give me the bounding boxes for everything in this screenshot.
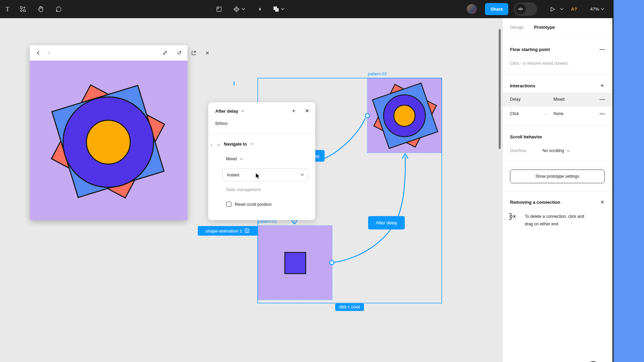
after-delay-badge-label: After delay <box>376 220 397 225</box>
interaction-arrow-icon: → <box>543 111 548 116</box>
connection-after-delay-2 <box>334 157 405 262</box>
interaction-row-click[interactable]: Click → None — <box>503 107 612 122</box>
dev-mode-icon: </> <box>515 4 526 14</box>
overflow-select[interactable]: No scrolling <box>543 148 570 153</box>
flow-play-icon <box>245 228 250 234</box>
panel-divider <box>503 37 612 37</box>
popup-action-chevron-icon[interactable] <box>250 143 253 145</box>
preview-artwork <box>30 61 187 220</box>
reset-scroll-checkbox[interactable] <box>226 202 231 207</box>
show-prototype-settings-button[interactable]: Show prototype settings <box>510 170 605 183</box>
preview-close-icon[interactable]: ✕ <box>203 45 211 61</box>
action-arrow-icon: → <box>216 141 221 147</box>
interaction-popup: After delay + ✕ 500ms ▾ → Navigate to Mi… <box>208 102 315 220</box>
popup-add-interaction-button[interactable]: + <box>290 107 298 115</box>
present-chevron-icon[interactable] <box>558 0 566 18</box>
panel-divider <box>503 74 612 75</box>
panel-divider <box>503 191 612 191</box>
boolean-tool-icon[interactable] <box>271 0 287 18</box>
present-play-icon[interactable] <box>548 0 557 18</box>
boolean-chevron-icon[interactable] <box>281 8 284 10</box>
delete-connection-icon <box>508 212 519 222</box>
hand-tool-icon[interactable] <box>35 0 46 18</box>
after-delay-badge[interactable]: After delay <box>368 216 405 229</box>
preview-collapse-icon[interactable] <box>161 45 169 61</box>
popup-delay-value[interactable]: 500ms <box>215 121 228 126</box>
animation-select[interactable]: Instant <box>222 168 308 181</box>
insert-tool-icon[interactable] <box>17 0 28 18</box>
frame-tool-icon[interactable] <box>214 0 224 18</box>
panel-divider <box>503 161 612 161</box>
overflow-value: No scrolling <box>543 148 564 153</box>
zoom-control[interactable]: 47% <box>590 0 604 18</box>
flow-start-badge[interactable]: shape-animation 1 <box>198 226 258 236</box>
preview-window: ↺ ✕ <box>30 45 187 220</box>
popup-action-label[interactable]: Navigate to <box>224 142 247 147</box>
dimensions-badge-label: 869 × 1044 <box>339 305 360 310</box>
pattern-01-artwork <box>258 226 332 300</box>
component-tool-icon[interactable] <box>232 0 247 18</box>
interaction-remove-button[interactable]: — <box>599 110 606 117</box>
popup-destination-value[interactable]: Mixed <box>226 157 237 161</box>
popup-title-chevron-icon[interactable] <box>241 110 244 112</box>
pattern-03-artwork <box>367 78 442 153</box>
dimensions-badge: 869 × 1044 <box>335 303 364 311</box>
properties-panel: Design Prototype Flow starting point — C… <box>503 18 612 362</box>
component-chevron-icon[interactable] <box>242 8 245 10</box>
mask-tool-icon[interactable]: ◑ <box>254 0 265 18</box>
overflow-label: Overflow <box>510 148 526 153</box>
popup-destination-chevron-icon[interactable] <box>240 158 243 160</box>
popup-title[interactable]: After delay <box>215 109 238 114</box>
interaction-event: Delay <box>510 97 521 102</box>
flow-remove-button[interactable]: — <box>599 46 606 53</box>
comment-tool-icon[interactable] <box>53 0 64 18</box>
preview-window-header: ↺ ✕ <box>30 45 187 61</box>
arrowhead-up <box>402 154 408 158</box>
tip-close-icon[interactable]: ✕ <box>599 199 606 205</box>
share-button[interactable]: Share <box>485 3 508 15</box>
canvas-scrollbar[interactable] <box>499 29 501 149</box>
desktop-background-strip <box>612 0 644 362</box>
preview-open-external-icon[interactable] <box>190 45 198 61</box>
text-tool-icon[interactable]: T <box>2 0 13 18</box>
popup-close-icon[interactable]: ✕ <box>303 107 311 115</box>
state-management-label: State management <box>226 187 260 192</box>
reset-scroll-label[interactable]: Reset scroll position <box>235 202 271 207</box>
zoom-chevron-icon <box>601 8 604 10</box>
interaction-row-delay[interactable]: Delay Mixed — <box>503 92 612 107</box>
frame-label-pattern-03[interactable]: pattern-03 <box>368 72 387 76</box>
interactions-add-button[interactable]: + <box>599 82 606 89</box>
preview-forward-button[interactable] <box>45 45 53 61</box>
mouse-cursor <box>255 173 260 181</box>
tab-prototype[interactable]: Prototype <box>534 25 555 30</box>
zoom-level: 47% <box>590 7 599 12</box>
removing-connection-title: Removing a connection <box>510 200 560 205</box>
flow-starting-point-title: Flow starting point <box>510 47 550 52</box>
toolbar: T <box>0 0 612 18</box>
frame-pattern-01[interactable] <box>258 226 332 300</box>
interactions-title: Interactions <box>510 83 535 88</box>
interaction-event: Click <box>510 111 519 116</box>
arrowhead-down <box>292 221 297 224</box>
dev-mode-toggle[interactable]: </> <box>514 2 537 16</box>
animation-select-value: Instant <box>227 173 239 177</box>
figma-app: pattern-03 pattern-01 Afte <box>0 0 644 362</box>
tip-line2: drag on either end. <box>525 222 559 226</box>
popup-section-caret-icon[interactable]: ▾ <box>210 143 212 147</box>
preview-back-button[interactable] <box>34 45 42 61</box>
preview-restart-icon[interactable]: ↺ <box>175 45 183 61</box>
canvas[interactable]: pattern-03 pattern-01 Afte <box>0 18 503 362</box>
tab-design[interactable]: Design <box>510 25 524 30</box>
interaction-value: Mixed <box>554 97 564 102</box>
a-query-badge[interactable]: A? <box>571 0 577 18</box>
preview-canvas <box>30 61 187 220</box>
flow-start-badge-label: shape-animation 1 <box>206 228 242 234</box>
scroll-behavior-title: Scroll behavior <box>510 134 542 139</box>
interaction-remove-button[interactable]: — <box>599 96 606 103</box>
avatar[interactable] <box>467 4 477 14</box>
popup-divider <box>208 134 315 134</box>
flow-hint: Click - to remove mixed content. <box>510 61 569 66</box>
frame-pattern-03[interactable] <box>367 78 442 153</box>
animation-select-chevron-icon <box>301 174 304 176</box>
tip-line1: To delete a connection, click and <box>525 214 584 219</box>
